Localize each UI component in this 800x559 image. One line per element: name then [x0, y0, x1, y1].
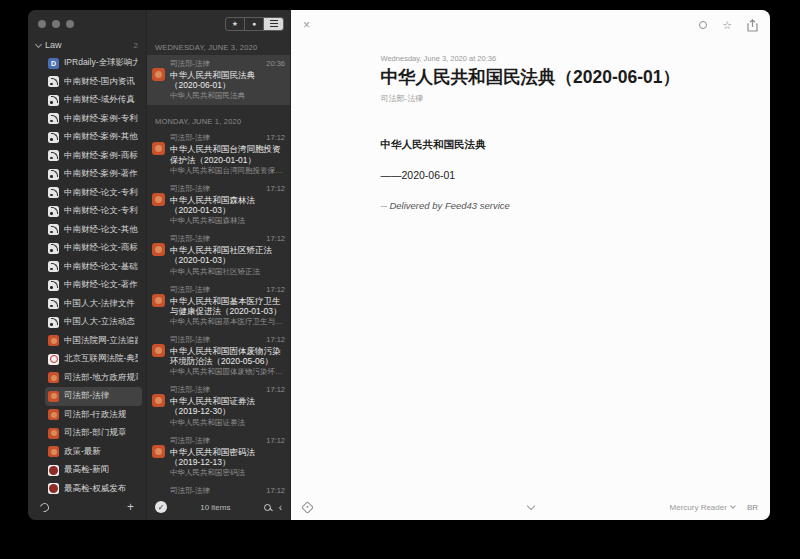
- item-count-status: 10 items: [175, 503, 256, 512]
- item-title: 中华人民共和国密码法（2019-12-13）: [170, 447, 285, 467]
- item-summary: 中华人民共和国基本医疗卫生与健康促…: [170, 317, 285, 327]
- feed-favicon-icon: [48, 58, 59, 69]
- sidebar-feed-item[interactable]: 司法部-地方政府规章: [45, 369, 142, 388]
- mark-all-read-button[interactable]: ✓: [155, 501, 167, 513]
- article-list: WEDNESDAY, JUNE 3, 2020 司法部-法律 20:36 中华人…: [147, 37, 290, 494]
- sidebar-feed-item[interactable]: 政策-最新: [45, 443, 142, 462]
- article-group: 司法部-法律 20:36 中华人民共和国民法典（2020-06-01） 中华人民…: [147, 55, 290, 105]
- refresh-icon[interactable]: [38, 501, 50, 513]
- feed-favicon-icon: [152, 294, 165, 307]
- sidebar: Law 2 IPRdaily-全球影响力的… 中南财经-国内资讯 中南财经-域外…: [28, 10, 146, 520]
- sidebar-feed-item[interactable]: 司法部-部门规章: [45, 424, 142, 443]
- feed-list: IPRdaily-全球影响力的… 中南财经-国内资讯 中南财经-域外传真 中南财…: [28, 54, 146, 494]
- item-title: 中华人民共和国证券法（2019-12-30）: [170, 396, 285, 416]
- sidebar-feed-item[interactable]: 司法部-法律: [45, 387, 142, 406]
- add-subscription-button[interactable]: +: [127, 501, 134, 513]
- tag-icon[interactable]: [301, 501, 314, 514]
- feed-favicon-icon: [152, 243, 165, 256]
- search-icon[interactable]: [264, 504, 271, 511]
- article-list-item[interactable]: 司法部-法律 17:12 中华人民共和国密码法（2019-12-13） 中华人民…: [147, 432, 290, 482]
- sidebar-feed-item[interactable]: 最高检-权威发布: [45, 480, 142, 495]
- item-title: 中华人民共和国台湾同胞投资保护法（2020-01-01）: [170, 144, 285, 164]
- feed-label: 中国法院网-立法追踪: [64, 335, 138, 347]
- item-summary: 中华人民共和国固体废物污染环境防治法: [170, 367, 285, 377]
- sidebar-feed-item[interactable]: 中国法院网-立法追踪: [45, 332, 142, 351]
- zoom-button[interactable]: [66, 20, 74, 28]
- chevron-down-icon[interactable]: [526, 501, 534, 509]
- sidebar-feed-item[interactable]: 中南财经-案例-商标: [45, 147, 142, 166]
- article-list-item[interactable]: 司法部-法律 17:12 中华人民共和国基本医疗卫生与健康促进法（2020-01…: [147, 281, 290, 331]
- feed-favicon-icon: [48, 187, 59, 198]
- item-feed-name: 司法部-法律: [170, 335, 210, 345]
- feed-label: 中南财经-案例-其他: [64, 131, 138, 143]
- item-time: 17:12: [266, 234, 285, 244]
- article-list-item[interactable]: 司法部-法律 17:12 中华人民共和国城市房地产管理法（2019-09-18）…: [147, 482, 290, 494]
- sidebar-feed-item[interactable]: 中南财经-论文-其他: [45, 221, 142, 240]
- sidebar-feed-item[interactable]: 中南财经-论文-商标: [45, 239, 142, 258]
- feed-favicon-icon: [48, 280, 59, 291]
- star-icon[interactable]: ☆: [722, 19, 732, 32]
- sidebar-feed-item[interactable]: 中南财经-案例-其他: [45, 128, 142, 147]
- close-article-icon[interactable]: ×: [303, 18, 310, 32]
- sidebar-feed-item[interactable]: 中南财经-论文-基础理论: [45, 258, 142, 277]
- feed-favicon-icon: [48, 335, 59, 346]
- share-icon[interactable]: [747, 19, 758, 32]
- item-time: 17:12: [266, 335, 285, 345]
- br-button[interactable]: BR: [747, 503, 758, 512]
- article-list-item[interactable]: 司法部-法律 17:12 中华人民共和国固体废物污染环境防治法（2020-05-…: [147, 331, 290, 381]
- article-list-item[interactable]: 司法部-法律 17:12 中华人民共和国证券法（2019-12-30） 中华人民…: [147, 381, 290, 431]
- filter-starred-button[interactable]: ★: [226, 18, 245, 30]
- reader-mode-selector[interactable]: Mercury Reader: [670, 503, 727, 512]
- article-list-item[interactable]: 司法部-法律 17:12 中华人民共和国森林法（2020-01-03） 中华人民…: [147, 180, 290, 230]
- feed-label: 中南财经-论文-专利: [64, 205, 138, 217]
- filter-unread-button[interactable]: ●: [245, 18, 264, 30]
- mark-unread-icon[interactable]: [699, 21, 707, 29]
- feed-label: 中国人大-立法动态: [64, 316, 135, 328]
- feed-favicon-icon: [48, 409, 59, 420]
- sidebar-feed-item[interactable]: 中国人大-立法动态: [45, 313, 142, 332]
- item-time: 17:12: [266, 133, 285, 143]
- item-summary: 中华人民共和国森林法: [170, 216, 285, 226]
- feed-label: 中南财经-国内资讯: [64, 76, 135, 88]
- sidebar-feed-item[interactable]: 中南财经-案例-专利: [45, 110, 142, 129]
- sidebar-feed-item[interactable]: 中南财经-论文-专利: [45, 202, 142, 221]
- sidebar-feed-item[interactable]: 最高检-新闻: [45, 461, 142, 480]
- item-feed-name: 司法部-法律: [170, 234, 210, 244]
- sidebar-feed-item[interactable]: 中南财经-论文-专利: [45, 184, 142, 203]
- item-summary: 中华人民共和国证券法: [170, 418, 285, 428]
- list-header: ★ ●: [147, 10, 290, 37]
- article-date: Wednesday, June 3, 2020 at 20:36: [381, 54, 681, 63]
- item-feed-name: 司法部-法律: [170, 59, 210, 69]
- feed-favicon-icon: [48, 95, 59, 106]
- sidebar-feed-item[interactable]: 中南财经-国内资讯: [45, 73, 142, 92]
- article-list-item[interactable]: 司法部-法律 17:12 中华人民共和国社区矫正法（2020-01-03） 中华…: [147, 230, 290, 280]
- sidebar-feed-item[interactable]: 中国人大-法律文件: [45, 295, 142, 314]
- sidebar-feed-item[interactable]: 司法部-行政法规: [45, 406, 142, 425]
- feed-favicon-icon: [152, 142, 165, 155]
- feed-label: 最高检-权威发布: [64, 483, 126, 494]
- feed-favicon-icon: [48, 483, 59, 494]
- article-list-item[interactable]: 司法部-法律 20:36 中华人民共和国民法典（2020-06-01） 中华人民…: [147, 55, 290, 105]
- feed-favicon-icon: [152, 445, 165, 458]
- sidebar-feed-item[interactable]: 中南财经-域外传真: [45, 91, 142, 110]
- close-button[interactable]: [38, 20, 46, 28]
- feed-favicon-icon: [48, 261, 59, 272]
- feed-label: 中南财经-案例-著作权: [64, 168, 138, 180]
- sidebar-feed-item[interactable]: 中南财经-论文-著作权: [45, 276, 142, 295]
- article-list-item[interactable]: 司法部-法律 17:12 中华人民共和国台湾同胞投资保护法（2020-01-01…: [147, 129, 290, 179]
- filter-all-button[interactable]: [264, 18, 283, 30]
- sidebar-feed-item[interactable]: 北京互联网法院-典型案例: [45, 350, 142, 369]
- item-title: 中华人民共和国森林法（2020-01-03）: [170, 195, 285, 215]
- chevron-down-icon: [730, 503, 736, 509]
- sidebar-folder-law[interactable]: Law 2: [28, 36, 146, 54]
- list-lines-icon: [270, 20, 278, 27]
- item-time: 17:12: [266, 436, 285, 446]
- sidebar-feed-item[interactable]: IPRdaily-全球影响力的…: [45, 54, 142, 73]
- feed-label: 最高检-新闻: [64, 464, 109, 476]
- item-time: 17:12: [266, 486, 285, 494]
- feed-favicon-icon: [48, 372, 59, 383]
- minimize-button[interactable]: [52, 20, 60, 28]
- chevron-left-icon[interactable]: ‹: [279, 502, 282, 513]
- feed-label: 中南财经-论文-著作权: [64, 279, 138, 291]
- sidebar-feed-item[interactable]: 中南财经-案例-著作权: [45, 165, 142, 184]
